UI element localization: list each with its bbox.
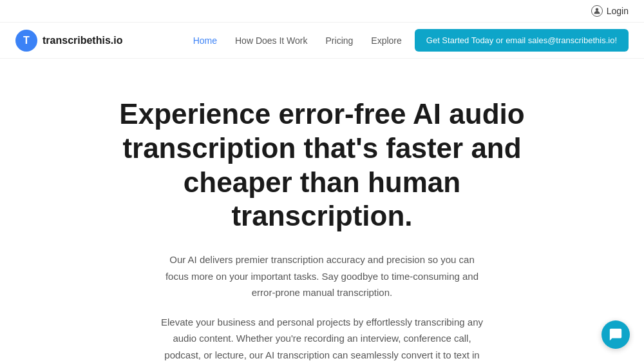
hero-subtitle-2: Elevate your business and personal proje… <box>161 314 483 363</box>
nav-links: Home How Does It Work Pricing Explore <box>193 35 402 46</box>
hero-section: Experience error-free AI audio transcrip… <box>0 59 644 363</box>
cta-button[interactable]: Get Started Today or email sales@transcr… <box>415 29 629 52</box>
logo-icon: T <box>15 30 37 52</box>
chat-icon <box>609 328 623 342</box>
nav-link-home[interactable]: Home <box>193 35 217 46</box>
login-label: Login <box>607 6 629 16</box>
logo-text: transcribethis.io <box>43 35 122 46</box>
nav-link-pricing[interactable]: Pricing <box>326 35 354 46</box>
hero-title: Experience error-free AI audio transcrip… <box>103 97 541 233</box>
hero-subtitle-1: Our AI delivers premier transcription ac… <box>161 251 483 301</box>
user-icon <box>591 5 603 17</box>
nav-link-explore[interactable]: Explore <box>371 35 401 46</box>
nav-link-how[interactable]: How Does It Work <box>235 35 308 46</box>
chat-bubble[interactable] <box>601 320 630 349</box>
navbar: T transcribethis.io Home How Does It Wor… <box>0 23 644 59</box>
svg-point-0 <box>595 8 598 12</box>
logo[interactable]: T transcribethis.io <box>15 30 122 52</box>
login-link[interactable]: Login <box>591 5 629 17</box>
top-bar: Login <box>0 0 644 23</box>
